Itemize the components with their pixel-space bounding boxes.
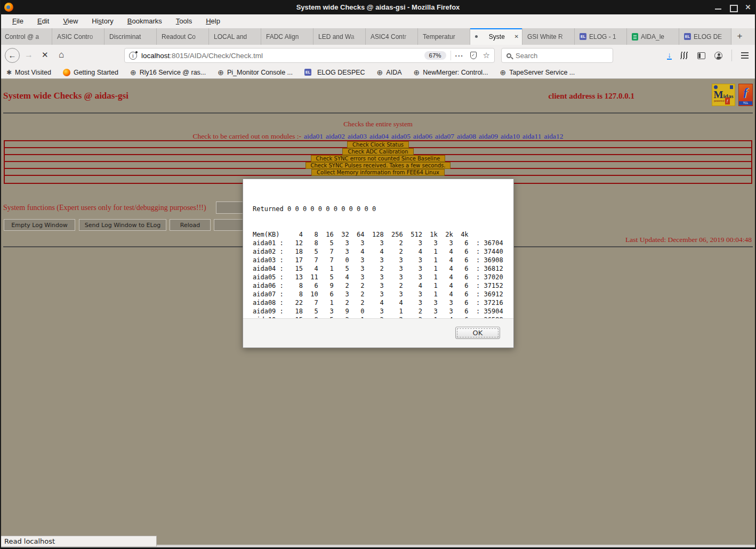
window-frame-left	[0, 0, 1, 549]
menu-mnemonic: F	[12, 17, 17, 25]
check-button-collect-memory-information-from-fee64-linux[interactable]: Collect Memory information from FEE64 Li…	[311, 169, 445, 176]
bookmark-rly16-service-ras[interactable]: ⊕Rly16 Service @ ras...	[130, 69, 206, 76]
check-button-check-sync-errors-not-counted-since-baseline[interactable]: Check SYNC errors not counted Since Base…	[311, 155, 446, 162]
menu-history[interactable]: History	[85, 14, 120, 28]
memory-info-dialog: Returned 0 0 0 0 0 0 0 0 0 0 0 0 Mem(KB)…	[243, 179, 514, 348]
check-row: Collect Memory information from FEE64 Li…	[5, 169, 751, 176]
home-icon[interactable]: ⌂	[59, 50, 64, 60]
bookmark-label: Getting Started	[74, 69, 118, 76]
dialog-table-row-aida09: aida09 : 18 5 3 9 0 3 1 2 3 3 6 : 35904	[253, 307, 504, 316]
tab-label: Discriminat	[109, 33, 153, 41]
search-icon	[506, 53, 511, 58]
tab-asic4-contr[interactable]: ASIC4 Contr	[366, 28, 418, 45]
dialog-table-row-aida08: aida08 : 22 7 1 2 2 4 4 3 3 3 6 : 37216	[253, 298, 504, 307]
tab-elog-1[interactable]: ELELOG - 1	[575, 28, 627, 45]
modules-line: Check to be carried out on modules :-aid…	[0, 132, 756, 141]
stop-icon[interactable]: ✕	[42, 50, 49, 60]
window-title: System wide Checks @ aidas-gsi - Mozilla…	[0, 0, 756, 14]
tab-aida-le[interactable]: AIDA_le	[627, 28, 679, 45]
midas-emblem	[714, 85, 718, 89]
site-info-icon[interactable]: i	[129, 52, 137, 60]
module-aida04: aida04	[369, 132, 389, 140]
function-button-empty-log-window[interactable]: Empty Log Window	[4, 219, 75, 231]
url-text[interactable]: localhost:8015/AIDA/Check/Check.tml	[141, 52, 424, 60]
maximize-button[interactable]	[729, 4, 737, 11]
menu-tools[interactable]: Tools	[169, 14, 199, 28]
search-input[interactable]	[516, 52, 596, 60]
most-visited-icon: ✱	[6, 69, 12, 76]
close-button[interactable]: ✕	[744, 4, 752, 11]
module-aida05: aida05	[391, 132, 411, 140]
bookmark-most-visited[interactable]: ✱Most Visited	[6, 69, 51, 76]
module-aida11: aida11	[522, 132, 541, 140]
tab-label: ELOG - 1	[589, 33, 623, 41]
tab-elog-de[interactable]: ELELOG DE	[679, 28, 731, 45]
menu-bookmarks[interactable]: Bookmarks	[120, 14, 169, 28]
menu-hamburger-icon[interactable]	[741, 52, 749, 59]
module-aida03: aida03	[348, 132, 367, 140]
bookmark-tapeserver-service[interactable]: ⊕TapeServer Service ...	[500, 69, 575, 76]
function-button-reload[interactable]: Reload	[170, 219, 211, 231]
account-icon[interactable]	[714, 52, 722, 60]
bookmarks-toolbar: ✱Most VisitedGetting Started⊕Rly16 Servi…	[0, 66, 756, 79]
bookmark-label: NewMerger: Control...	[423, 69, 488, 76]
dialog-mem-header: Mem(KB) 4 8 16 32 64 128 256 512 1k 2k 4…	[253, 230, 504, 239]
tab-close-icon[interactable]: ✕	[514, 34, 519, 39]
menu-help[interactable]: Help	[199, 14, 227, 28]
tab-led-and-wa[interactable]: LED and Wa	[313, 28, 366, 45]
tab-discriminat[interactable]: Discriminat	[104, 28, 157, 45]
search-bar[interactable]	[501, 48, 613, 63]
tcl-mini-icon: ƒ	[725, 98, 730, 104]
tab-readout-co[interactable]: Readout Co	[157, 28, 209, 45]
bookmark-getting-started[interactable]: Getting Started	[63, 69, 118, 76]
urlbar-separator	[451, 51, 451, 60]
bookmark-pi-monitor-console[interactable]: ⊕Pi_Monitor Console ...	[218, 69, 293, 76]
menu-label-post: ookmarks	[132, 17, 162, 25]
bookmark-newmerger-control[interactable]: ⊕NewMerger: Control...	[414, 69, 488, 76]
dialog-table-row-aida07: aida07 : 8 10 6 3 2 3 3 3 1 4 6 : 36912	[253, 290, 504, 298]
dialog-table-row-aida04: aida04 : 15 4 1 5 3 2 3 3 1 4 6 : 36812	[253, 264, 504, 273]
tab-control-a[interactable]: Control @ a	[0, 28, 52, 45]
new-tab-button[interactable]: +	[731, 28, 748, 45]
dialog-table-row-aida02: aida02 : 18 5 7 3 4 4 2 4 1 4 6 : 37440	[253, 247, 504, 256]
tab-asic-contro[interactable]: ASIC Contro	[52, 28, 104, 45]
minimize-button[interactable]	[714, 4, 722, 11]
tab-gsi-white-r[interactable]: GSI White R	[522, 28, 575, 45]
back-button[interactable]: ←	[5, 48, 20, 63]
check-button-check-sync-pulses-received-takes-a-few-seconds[interactable]: Check SYNC Pulses received. Takes a few …	[305, 162, 451, 169]
menu-file[interactable]: File	[5, 14, 30, 28]
forward-button[interactable]: →	[25, 50, 33, 60]
function-button-send-log-window-to-elog[interactable]: Send Log Window to ELog	[79, 219, 166, 231]
dialog-table-row-aida01: aida01 : 12 8 5 3 3 3 2 3 3 3 6 : 36704	[253, 239, 504, 247]
bookmark-elog-despec[interactable]: ELELOG DESPEC	[304, 69, 365, 76]
shield-icon[interactable]: ✓	[470, 52, 477, 59]
tab-temperatur[interactable]: Temperatur	[418, 28, 470, 45]
check-button-check-adc-calibration[interactable]: Check ADC Calibration	[342, 148, 413, 155]
menu-edit[interactable]: Edit	[30, 14, 56, 28]
tab-fadc-align[interactable]: FADC Align	[261, 28, 313, 45]
bookmark-star-icon[interactable]: ☆	[483, 51, 490, 60]
menubar: FileEditViewHistoryBookmarksToolsHelp	[0, 14, 756, 28]
menu-mnemonic: V	[63, 17, 67, 25]
menu-view[interactable]: View	[56, 14, 85, 28]
navigation-toolbar: ← → ✕ ⌂ i localhost:8015/AIDA/Check/Chec…	[0, 45, 756, 66]
ok-button[interactable]: OK	[455, 327, 500, 339]
tab-syste[interactable]: Syste✕	[470, 28, 522, 45]
module-aida06: aida06	[413, 132, 432, 140]
page-actions-icon[interactable]: ···	[455, 52, 464, 60]
url-bar[interactable]: i localhost:8015/AIDA/Check/Check.tml 67…	[124, 48, 495, 63]
zoom-level-badge[interactable]: 67%	[424, 51, 446, 60]
check-row: Check Clock Status	[5, 141, 751, 148]
bookmark-aida[interactable]: ⊕AIDA	[377, 69, 402, 76]
bookmark-label: Rly16 Service @ ras...	[140, 69, 206, 76]
tab-label: LOCAL and	[214, 33, 258, 41]
globe-icon: ⊕	[377, 69, 383, 76]
check-button-check-clock-status[interactable]: Check Clock Status	[347, 141, 409, 148]
menu-mnemonic: E	[37, 17, 42, 25]
tab-local-and[interactable]: LOCAL and	[209, 28, 261, 45]
sidebar-icon[interactable]	[697, 52, 705, 59]
horizontal-rule	[3, 112, 753, 114]
bookmark-label: TapeServer Service ...	[509, 69, 575, 76]
downloads-icon[interactable]: ↓	[667, 52, 672, 60]
library-icon[interactable]	[680, 52, 688, 59]
